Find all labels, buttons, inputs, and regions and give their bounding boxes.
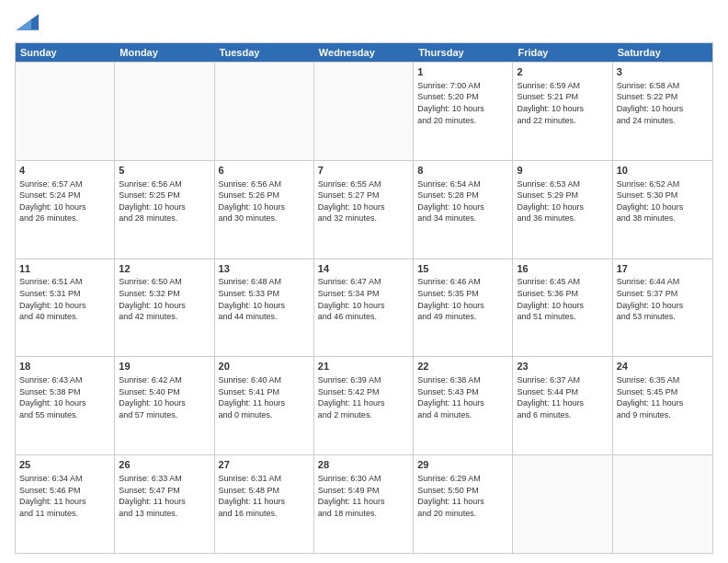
day-number: 20: [219, 360, 310, 373]
day-number: 17: [617, 262, 709, 276]
header-friday: Friday: [513, 43, 612, 62]
header-monday: Monday: [115, 43, 214, 62]
calendar-row-5: 25Sunrise: 6:34 AM Sunset: 5:46 PM Dayli…: [16, 454, 712, 553]
day-number: 4: [19, 164, 110, 178]
calendar-cell-2-1: 4Sunrise: 6:57 AM Sunset: 5:24 PM Daylig…: [16, 161, 115, 259]
calendar-cell-3-3: 13Sunrise: 6:48 AM Sunset: 5:33 PM Dayli…: [215, 259, 314, 357]
day-detail: Sunrise: 6:39 AM Sunset: 5:42 PM Dayligh…: [318, 374, 409, 420]
calendar-cell-1-2: [115, 63, 214, 160]
calendar-cell-5-7: [613, 455, 712, 553]
logo-icon: [17, 13, 39, 31]
day-detail: Sunrise: 6:34 AM Sunset: 5:46 PM Dayligh…: [19, 473, 110, 519]
day-detail: Sunrise: 6:35 AM Sunset: 5:45 PM Dayligh…: [617, 374, 709, 420]
day-detail: Sunrise: 6:47 AM Sunset: 5:34 PM Dayligh…: [318, 276, 409, 322]
calendar-cell-2-2: 5Sunrise: 6:56 AM Sunset: 5:25 PM Daylig…: [115, 161, 214, 259]
day-number: 13: [219, 262, 310, 276]
day-detail: Sunrise: 6:38 AM Sunset: 5:43 PM Dayligh…: [417, 374, 508, 420]
calendar-cell-5-4: 28Sunrise: 6:30 AM Sunset: 5:49 PM Dayli…: [314, 455, 414, 553]
day-detail: Sunrise: 6:29 AM Sunset: 5:50 PM Dayligh…: [417, 473, 508, 519]
day-number: 28: [318, 458, 409, 472]
header-wednesday: Wednesday: [314, 43, 414, 62]
day-number: 27: [219, 458, 310, 472]
day-number: 3: [617, 65, 709, 79]
day-number: 25: [19, 458, 110, 472]
calendar-cell-3-5: 15Sunrise: 6:46 AM Sunset: 5:35 PM Dayli…: [414, 259, 513, 357]
calendar-cell-5-6: [513, 455, 612, 553]
day-number: 24: [617, 360, 709, 373]
day-detail: Sunrise: 6:53 AM Sunset: 5:29 PM Dayligh…: [517, 178, 608, 224]
calendar-cell-5-5: 29Sunrise: 6:29 AM Sunset: 5:50 PM Dayli…: [414, 455, 513, 553]
day-detail: Sunrise: 6:31 AM Sunset: 5:48 PM Dayligh…: [219, 473, 310, 519]
day-number: 6: [219, 164, 310, 178]
calendar-cell-2-7: 10Sunrise: 6:52 AM Sunset: 5:30 PM Dayli…: [613, 161, 712, 259]
calendar-cell-2-5: 8Sunrise: 6:54 AM Sunset: 5:28 PM Daylig…: [414, 161, 513, 259]
calendar-cell-3-4: 14Sunrise: 6:47 AM Sunset: 5:34 PM Dayli…: [314, 259, 414, 357]
logo: [15, 15, 39, 35]
day-detail: Sunrise: 6:42 AM Sunset: 5:40 PM Dayligh…: [119, 374, 210, 420]
day-detail: Sunrise: 6:50 AM Sunset: 5:32 PM Dayligh…: [119, 276, 210, 322]
calendar-cell-4-5: 22Sunrise: 6:38 AM Sunset: 5:43 PM Dayli…: [414, 357, 513, 454]
calendar: Sunday Monday Tuesday Wednesday Thursday…: [15, 42, 713, 554]
day-detail: Sunrise: 6:52 AM Sunset: 5:30 PM Dayligh…: [617, 178, 709, 224]
day-detail: Sunrise: 6:44 AM Sunset: 5:37 PM Dayligh…: [617, 276, 709, 322]
day-number: 18: [19, 360, 110, 373]
header: [15, 15, 713, 35]
calendar-cell-3-6: 16Sunrise: 6:45 AM Sunset: 5:36 PM Dayli…: [513, 259, 612, 357]
day-detail: Sunrise: 6:56 AM Sunset: 5:26 PM Dayligh…: [219, 178, 310, 224]
calendar-cell-5-3: 27Sunrise: 6:31 AM Sunset: 5:48 PM Dayli…: [215, 455, 314, 553]
page: Sunday Monday Tuesday Wednesday Thursday…: [0, 0, 728, 563]
day-number: 1: [417, 65, 508, 79]
day-number: 11: [19, 262, 110, 276]
day-detail: Sunrise: 6:46 AM Sunset: 5:35 PM Dayligh…: [417, 276, 508, 322]
day-detail: Sunrise: 6:48 AM Sunset: 5:33 PM Dayligh…: [219, 276, 310, 322]
day-number: 5: [119, 164, 210, 178]
calendar-body: 1Sunrise: 7:00 AM Sunset: 5:20 PM Daylig…: [16, 62, 712, 553]
calendar-cell-1-1: [16, 63, 115, 160]
header-saturday: Saturday: [613, 43, 712, 62]
calendar-cell-1-5: 1Sunrise: 7:00 AM Sunset: 5:20 PM Daylig…: [414, 63, 513, 160]
day-number: 26: [119, 458, 210, 472]
day-number: 7: [318, 164, 409, 178]
calendar-cell-5-2: 26Sunrise: 6:33 AM Sunset: 5:47 PM Dayli…: [115, 455, 214, 553]
calendar-cell-1-3: [215, 63, 314, 160]
day-detail: Sunrise: 6:51 AM Sunset: 5:31 PM Dayligh…: [19, 276, 110, 322]
day-detail: Sunrise: 6:43 AM Sunset: 5:38 PM Dayligh…: [19, 374, 110, 420]
day-detail: Sunrise: 6:59 AM Sunset: 5:21 PM Dayligh…: [517, 80, 608, 126]
day-detail: Sunrise: 7:00 AM Sunset: 5:20 PM Dayligh…: [417, 80, 508, 126]
calendar-cell-2-3: 6Sunrise: 6:56 AM Sunset: 5:26 PM Daylig…: [215, 161, 314, 259]
calendar-cell-5-1: 25Sunrise: 6:34 AM Sunset: 5:46 PM Dayli…: [16, 455, 115, 553]
calendar-row-2: 4Sunrise: 6:57 AM Sunset: 5:24 PM Daylig…: [16, 160, 712, 259]
calendar-row-4: 18Sunrise: 6:43 AM Sunset: 5:38 PM Dayli…: [16, 356, 712, 454]
header-tuesday: Tuesday: [215, 43, 314, 62]
calendar-header: Sunday Monday Tuesday Wednesday Thursday…: [16, 43, 712, 62]
calendar-cell-2-6: 9Sunrise: 6:53 AM Sunset: 5:29 PM Daylig…: [513, 161, 612, 259]
day-number: 8: [417, 164, 508, 178]
day-detail: Sunrise: 6:33 AM Sunset: 5:47 PM Dayligh…: [119, 473, 210, 519]
day-detail: Sunrise: 6:40 AM Sunset: 5:41 PM Dayligh…: [219, 374, 310, 420]
day-number: 10: [617, 164, 709, 178]
day-number: 22: [417, 360, 508, 373]
calendar-cell-2-4: 7Sunrise: 6:55 AM Sunset: 5:27 PM Daylig…: [314, 161, 414, 259]
day-number: 15: [417, 262, 508, 276]
calendar-row-3: 11Sunrise: 6:51 AM Sunset: 5:31 PM Dayli…: [16, 259, 712, 357]
calendar-cell-3-7: 17Sunrise: 6:44 AM Sunset: 5:37 PM Dayli…: [613, 259, 712, 357]
calendar-cell-3-1: 11Sunrise: 6:51 AM Sunset: 5:31 PM Dayli…: [16, 259, 115, 357]
calendar-cell-4-3: 20Sunrise: 6:40 AM Sunset: 5:41 PM Dayli…: [215, 357, 314, 454]
day-number: 19: [119, 360, 210, 373]
header-thursday: Thursday: [414, 43, 513, 62]
day-number: 9: [517, 164, 608, 178]
day-detail: Sunrise: 6:57 AM Sunset: 5:24 PM Dayligh…: [19, 178, 110, 224]
day-detail: Sunrise: 6:58 AM Sunset: 5:22 PM Dayligh…: [617, 80, 709, 126]
day-number: 21: [318, 360, 409, 373]
calendar-row-1: 1Sunrise: 7:00 AM Sunset: 5:20 PM Daylig…: [16, 62, 712, 160]
day-number: 23: [517, 360, 608, 373]
calendar-cell-3-2: 12Sunrise: 6:50 AM Sunset: 5:32 PM Dayli…: [115, 259, 214, 357]
day-detail: Sunrise: 6:37 AM Sunset: 5:44 PM Dayligh…: [517, 374, 608, 420]
header-sunday: Sunday: [16, 43, 115, 62]
day-detail: Sunrise: 6:45 AM Sunset: 5:36 PM Dayligh…: [517, 276, 608, 322]
day-number: 16: [517, 262, 608, 276]
calendar-cell-4-4: 21Sunrise: 6:39 AM Sunset: 5:42 PM Dayli…: [314, 357, 414, 454]
day-detail: Sunrise: 6:55 AM Sunset: 5:27 PM Dayligh…: [318, 178, 409, 224]
calendar-cell-4-2: 19Sunrise: 6:42 AM Sunset: 5:40 PM Dayli…: [115, 357, 214, 454]
day-number: 2: [517, 65, 608, 79]
